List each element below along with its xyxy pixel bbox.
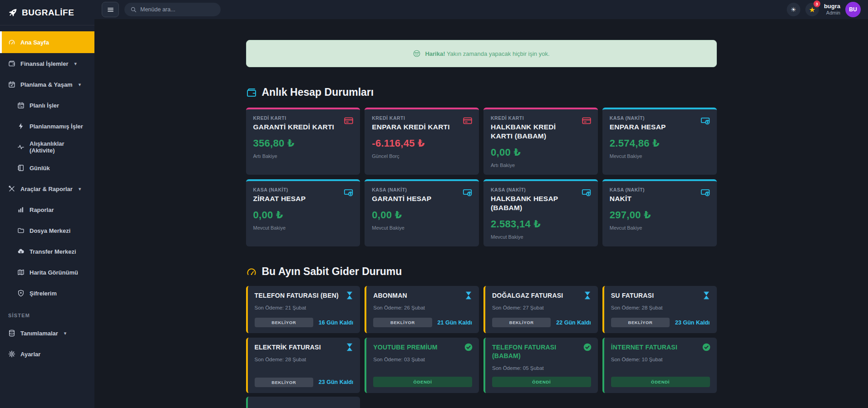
sidebar-item-ayarlar[interactable]: Ayarlar <box>0 344 94 364</box>
sidebar-item-label: Planlı İşler <box>30 102 59 109</box>
sidebar-item-harita-gorunumu[interactable]: Harita Görünümü <box>0 262 94 283</box>
avatar[interactable]: BU <box>845 2 861 17</box>
alert-bold-text: Harika! <box>425 50 445 57</box>
account-sub: Güncel Borç <box>372 153 472 159</box>
menu-toggle-button[interactable] <box>102 2 119 17</box>
tools-icon <box>8 185 15 192</box>
favorites-button[interactable]: ★ 3 <box>805 3 819 16</box>
days-left: 22 Gün Kaldı <box>556 320 591 326</box>
account-value: 2.583,14 ₺ <box>491 218 591 230</box>
sidebar-item-label: Dosya Merkezi <box>30 227 70 234</box>
account-card-nakit[interactable]: KASA (NAKİT) NAKİT 297,00 ₺ Mevcut Bakiy… <box>602 179 717 246</box>
database-icon <box>8 329 15 337</box>
account-title: GARANTİ HESAP <box>372 194 472 203</box>
expense-card-youtube[interactable]: YOUTUBE PREMİUM Son Ödeme: 03 Şubat ÖDEN… <box>365 338 479 393</box>
app-logo[interactable]: BUGRALİFE <box>0 0 94 25</box>
days-left: 16 Gün Kaldı <box>319 320 353 326</box>
expense-title: TELEFON FATURASI (BABAM) <box>492 343 591 360</box>
expense-card-telefon-ben[interactable]: TELEFON FATURASI (BEN) Son Ödeme: 21 Şub… <box>246 286 360 333</box>
cash-icon <box>582 187 592 197</box>
account-title: HALKBANK KREDİ KARTI (BABAM) <box>491 123 591 141</box>
sidebar-item-tanimlamalar[interactable]: Tanımlamalar ▾ <box>0 323 94 344</box>
sidebar-item-gunluk[interactable]: Günlük <box>0 157 94 178</box>
sidebar-item-raporlar[interactable]: Raporlar <box>0 199 94 220</box>
calendar-icon <box>17 102 25 109</box>
expense-card-partial[interactable] <box>246 397 360 408</box>
credit-card-icon <box>344 116 354 126</box>
hourglass-icon <box>345 291 354 300</box>
status-badge: BEKLİYOR <box>255 378 313 387</box>
days-left: 23 Gün Kaldı <box>675 320 710 326</box>
expense-card-dogalgaz[interactable]: DOĞALGAZ FATURASI Son Ödeme: 27 Şubat BE… <box>483 286 598 333</box>
calendar-check-icon <box>8 81 15 88</box>
hourglass-icon <box>345 343 354 352</box>
sidebar-item-transfer-merkezi[interactable]: Transfer Merkezi <box>0 241 94 262</box>
expenses-section-title: Bu Ayın Sabit Gider Durumu <box>246 265 717 278</box>
account-card-garanti-hesap[interactable]: KASA (NAKİT) GARANTİ HESAP 0,00 ₺ Mevcut… <box>365 179 479 246</box>
account-cards-grid: KREDİ KARTI GARANTİ KREDİ KARTI 356,80 ₺… <box>246 108 717 246</box>
bolt-icon <box>17 123 25 130</box>
sidebar-item-planlanmamis-isler[interactable]: Planlanmamış İşler <box>0 116 94 137</box>
expense-title: ABONMAN <box>373 291 472 300</box>
next-row-partial <box>246 397 717 408</box>
expense-due: Son Ödeme: 05 Şubat <box>492 365 591 371</box>
account-card-enpara-kredi[interactable]: KREDİ KARTI ENPARA KREDİ KARTI -6.116,45… <box>365 108 479 175</box>
sidebar-item-ana-sayfa[interactable]: Ana Sayfa <box>0 31 94 53</box>
expense-card-telefon-babam[interactable]: TELEFON FATURASI (BABAM) Son Ödeme: 05 Ş… <box>483 338 598 393</box>
expense-title: TELEFON FATURASI (BEN) <box>255 291 354 300</box>
theme-toggle-button[interactable]: ☀ <box>787 3 800 16</box>
sidebar-item-planli-isler[interactable]: Planlı İşler <box>0 95 94 116</box>
account-sub: Mevcut Bakiye <box>253 225 353 231</box>
sidebar-item-finansal-islemler[interactable]: Finansal İşlemler ▾ <box>0 53 94 74</box>
expense-card-elektrik[interactable]: ELEKTRİK FATURASI Son Ödeme: 28 Şubat BE… <box>246 338 360 393</box>
expense-card-su[interactable]: SU FATURASI Son Ödeme: 28 Şubat BEKLİYOR… <box>602 286 717 333</box>
shield-icon <box>17 290 25 297</box>
bar-chart-icon <box>17 206 25 213</box>
hourglass-icon <box>464 291 473 300</box>
section-title-text: Anlık Hesap Durumları <box>262 86 374 98</box>
account-title: NAKİT <box>610 194 710 203</box>
map-icon <box>17 269 25 276</box>
account-card-garanti-kredi[interactable]: KREDİ KARTI GARANTİ KREDİ KARTI 356,80 ₺… <box>246 108 360 175</box>
credit-card-icon <box>582 116 592 126</box>
account-kicker: KASA (NAKİT) <box>610 187 710 192</box>
account-card-halkbank-kredi[interactable]: KREDİ KARTI HALKBANK KREDİ KARTI (BABAM)… <box>483 108 598 175</box>
chevron-down-icon: ▾ <box>79 82 81 88</box>
sidebar-item-aliskanliklar[interactable]: Alışkanlıklar (Aktivite) <box>0 137 94 157</box>
journal-icon <box>17 164 25 172</box>
gauge-icon <box>246 266 257 277</box>
expense-title: DOĞALGAZ FATURASI <box>492 291 591 300</box>
account-kicker: KASA (NAKİT) <box>372 187 472 192</box>
account-kicker: KASA (NAKİT) <box>610 115 710 121</box>
account-value: 297,00 ₺ <box>610 209 710 221</box>
account-sub: Artı Bakiye <box>491 162 591 168</box>
gauge-icon <box>8 39 15 46</box>
expense-card-abonman[interactable]: ABONMAN Son Ödeme: 26 Şubat BEKLİYOR 21 … <box>365 286 479 333</box>
activity-icon <box>17 143 25 151</box>
account-card-halkbank-hesap[interactable]: KASA (NAKİT) HALKBANK HESAP (BABAM) 2.58… <box>483 179 598 246</box>
sidebar: BUGRALİFE Ana Sayfa Finansal İşlemler ▾ … <box>0 0 94 408</box>
gear-icon <box>8 350 15 358</box>
sidebar-item-label: Raporlar <box>30 206 54 213</box>
status-badge: ÖDENDİ <box>492 377 591 387</box>
account-title: GARANTİ KREDİ KARTI <box>253 123 353 132</box>
sidebar-item-araclar-raporlar[interactable]: Araçlar & Raporlar ▾ <box>0 178 94 199</box>
expense-due: Son Ödeme: 03 Şubat <box>373 357 472 362</box>
account-value: 0,00 ₺ <box>253 209 353 221</box>
days-left: 23 Gün Kaldı <box>319 379 353 385</box>
check-circle-icon <box>464 343 473 352</box>
sidebar-item-dosya-merkezi[interactable]: Dosya Merkezi <box>0 220 94 241</box>
sidebar-item-label: Finansal İşlemler <box>20 60 69 67</box>
sidebar-item-label: Planlanmamış İşler <box>30 123 83 130</box>
sidebar-item-planlama-yasam[interactable]: Planlama & Yaşam ▾ <box>0 74 94 95</box>
expense-due: Son Ödeme: 28 Şubat <box>611 305 710 310</box>
no-tasks-alert: Harika! Yakın zamanda yapacak hiçbir işi… <box>246 40 717 67</box>
sidebar-item-label: Tanımlamalar <box>20 330 58 337</box>
expense-due: Son Ödeme: 28 Şubat <box>255 357 354 362</box>
search-input[interactable] <box>140 6 215 13</box>
account-card-ziraat-hesap[interactable]: KASA (NAKİT) ZİRAAT HESAP 0,00 ₺ Mevcut … <box>246 179 360 246</box>
sidebar-item-sifrelerim[interactable]: Şifrelerim <box>0 283 94 304</box>
expense-card-internet[interactable]: İNTERNET FATURASI Son Ödeme: 10 Şubat ÖD… <box>602 338 717 393</box>
alert-text: Yakın zamanda yapacak hiçbir işin yok. <box>447 50 550 57</box>
account-card-enpara-hesap[interactable]: KASA (NAKİT) ENPARA HESAP 2.574,86 ₺ Mev… <box>602 108 717 175</box>
